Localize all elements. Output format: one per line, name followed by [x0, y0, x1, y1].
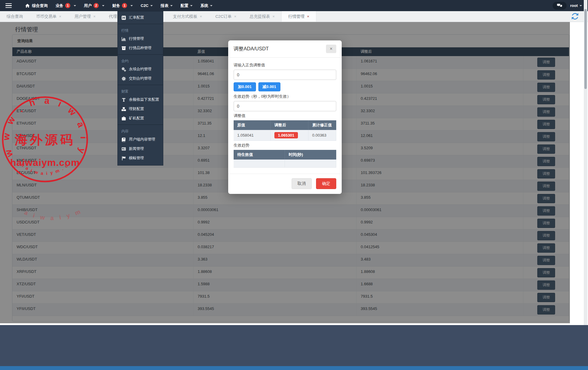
menu-group-label: 财富	[118, 87, 163, 95]
menu-item-label: 交割合约管理	[129, 76, 152, 81]
menu-group-label: 行情	[118, 26, 163, 34]
tab-close-icon[interactable]: ×	[307, 14, 309, 18]
cancel-button[interactable]: 取消	[292, 178, 312, 189]
menu-item-label: 矿机配置	[129, 116, 144, 121]
menu-item-永续合约管理[interactable]: 永续合约管理	[118, 65, 163, 74]
menu-item-行情品种管理[interactable]: 行情品种管理	[118, 43, 163, 53]
chevron-down-icon	[74, 5, 76, 8]
menu-item-行情管理[interactable]: 行情管理	[118, 34, 163, 43]
col-adjusted: 调整后	[270, 120, 308, 130]
menu-item-label: 横幅管理	[129, 156, 144, 161]
open-tabs-bar: 综合查询币币交易单×用户管理×代理商×支付方式模板×C2C订单×总充提报表×行情…	[0, 11, 588, 22]
menu-item-横幅管理[interactable]: 横幅管理	[118, 153, 163, 163]
briefcase-icon	[121, 116, 126, 121]
add-step-button[interactable]: 加0.001	[234, 82, 256, 91]
nav-item-综合查询[interactable]: 综合查询	[21, 0, 52, 11]
nav-item-label: 综合查询	[32, 3, 48, 8]
menu-item-label: 用户端内容管理	[129, 137, 155, 142]
menu-item-label: 新闻管理	[129, 146, 144, 151]
nav-item-label: 业务	[56, 3, 63, 8]
text-icon	[121, 97, 126, 102]
trend-table: 待生效值 时间(秒)	[234, 150, 336, 168]
tab-C2C订单[interactable]: C2C订单×	[209, 11, 243, 22]
nav-item-label: C2C	[141, 3, 149, 8]
menu-item-矿机配置[interactable]: 矿机配置	[118, 114, 163, 123]
cogs-icon	[121, 67, 126, 72]
correction-value: 0.00363	[308, 130, 336, 141]
modal-footer: 取消 确定	[228, 174, 342, 194]
nav-item-系统[interactable]: 系统	[197, 0, 216, 11]
tab-label: 币币交易单	[36, 14, 57, 19]
cubes-icon	[121, 107, 126, 112]
chat-icon[interactable]	[553, 2, 567, 10]
nav-item-财务[interactable]: 财务1	[108, 0, 137, 11]
chevron-down-icon	[190, 5, 193, 8]
nav-item-报表[interactable]: 报表	[157, 0, 177, 11]
menu-item-余额收益下发配置[interactable]: 余额收益下发配置	[118, 95, 163, 104]
notification-badge: 2	[94, 3, 99, 8]
footer-accent-bar	[0, 366, 588, 370]
tab-综合查询[interactable]: 综合查询	[0, 11, 30, 22]
tab-close-icon[interactable]: ×	[200, 14, 202, 18]
tab-close-icon[interactable]: ×	[234, 14, 236, 18]
chevron-down-icon	[210, 5, 213, 8]
menu-item-新闻管理[interactable]: 新闻管理	[118, 144, 163, 153]
menu-group-label: 内容	[118, 126, 163, 135]
menu-item-label: 行情管理	[129, 36, 144, 41]
adjust-table-label: 调整值	[234, 113, 336, 119]
chevron-down-icon	[150, 5, 153, 8]
tab-label: 综合查询	[7, 14, 23, 19]
nav-item-用户[interactable]: 用户2	[80, 0, 108, 11]
menu-item-汇率配置[interactable]: 汇率配置	[118, 13, 163, 22]
menu-divider	[118, 54, 163, 55]
tab-总充提报表[interactable]: 总充提报表×	[243, 11, 281, 22]
page-scrollbar	[584, 0, 587, 325]
tab-label: 支付方式模板	[173, 14, 197, 19]
col-pending-value: 待生效值	[234, 150, 285, 160]
confirm-button[interactable]: 确定	[316, 178, 336, 189]
menu-item-label: 理财配置	[129, 106, 144, 112]
nav-item-业务[interactable]: 业务1	[52, 0, 80, 11]
menu-item-理财配置[interactable]: 理财配置	[118, 104, 163, 114]
tab-用户管理[interactable]: 用户管理×	[68, 11, 102, 22]
hamburger-menu-icon[interactable]	[0, 0, 17, 11]
chevron-down-icon	[580, 5, 582, 8]
footer-bar	[0, 325, 588, 366]
tab-label: C2C订单	[215, 14, 232, 19]
modal-body: 请输入正负调整值 加0.001 减0.001 生效趋势（秒，0秒为即时生效） 调…	[228, 58, 342, 171]
modal-header: 调整ADA/USDT ×	[228, 40, 342, 58]
menu-item-label: 汇率配置	[129, 15, 144, 20]
user-menu[interactable]: root	[570, 3, 582, 8]
adjusted-value-badge: 1.065301	[274, 132, 298, 138]
subtract-step-button[interactable]: 减0.001	[258, 82, 281, 91]
nav-item-label: 系统	[200, 3, 208, 8]
menu-divider	[118, 125, 163, 125]
trend-table-label: 生效趋势	[234, 143, 336, 148]
cog-icon	[121, 76, 126, 81]
nav-item-label: 财务	[112, 3, 120, 8]
tab-close-icon[interactable]: ×	[59, 14, 62, 18]
tab-支付方式模板[interactable]: 支付方式模板×	[166, 11, 209, 22]
close-icon[interactable]: ×	[326, 45, 336, 53]
nav-item-配置[interactable]: 配置	[177, 0, 197, 11]
adjust-value-input[interactable]	[234, 70, 336, 80]
notification-badge: 1	[122, 3, 127, 8]
menu-item-交割合约管理[interactable]: 交割合约管理	[118, 74, 163, 83]
tab-币币交易单[interactable]: 币币交易单×	[30, 11, 68, 22]
nav-item-C2C[interactable]: C2C	[137, 0, 157, 11]
nav-item-label: 配置	[181, 3, 188, 8]
navbar-menu: 综合查询业务1用户2财务1C2C报表配置系统	[21, 0, 216, 11]
scrollbar-thumb[interactable]	[584, 9, 587, 89]
tab-close-icon[interactable]: ×	[272, 14, 275, 18]
menu-item-用户端内容管理[interactable]: 用户端内容管理	[118, 135, 163, 144]
tab-label: 行情管理	[288, 14, 305, 19]
tab-close-icon[interactable]: ×	[93, 14, 96, 18]
adjust-values-table: 原值 调整后 累计修正值 1.058041 1.065301 0.00363	[234, 120, 336, 141]
col-time-seconds: 时间(秒)	[285, 150, 336, 160]
tab-行情管理[interactable]: 行情管理×	[281, 11, 316, 22]
refresh-icon[interactable]	[572, 13, 579, 20]
trend-seconds-input[interactable]	[234, 101, 336, 111]
menu-item-label: 行情品种管理	[129, 46, 152, 51]
chevron-down-icon	[170, 5, 173, 8]
trend-seconds-label: 生效趋势（秒，0秒为即时生效）	[234, 94, 336, 99]
